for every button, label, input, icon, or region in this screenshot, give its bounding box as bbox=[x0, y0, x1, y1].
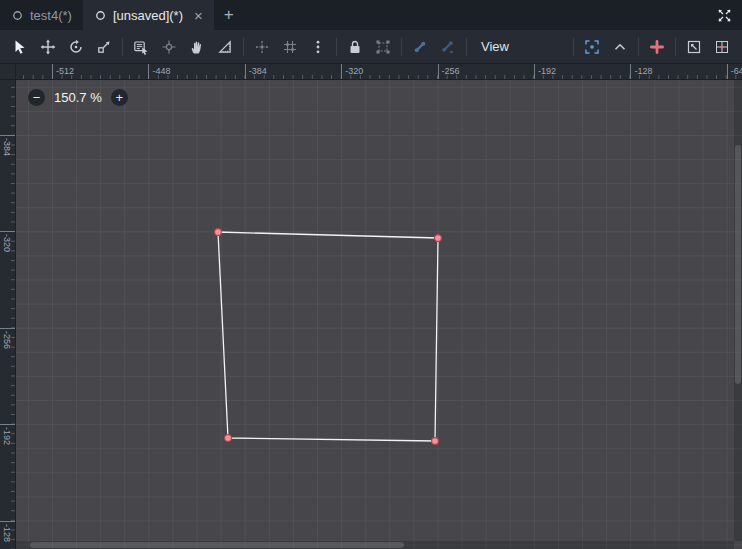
vertical-scrollbar-thumb[interactable] bbox=[735, 145, 741, 385]
pan-tool-button[interactable] bbox=[183, 34, 211, 60]
toolbar-separator bbox=[466, 38, 467, 56]
h-ruler-label: -256 bbox=[438, 64, 460, 79]
zoom-out-button[interactable]: − bbox=[28, 89, 45, 106]
list-select-button[interactable] bbox=[127, 34, 155, 60]
scene-circle-icon bbox=[11, 9, 24, 22]
polygon-shape[interactable] bbox=[218, 232, 438, 441]
distraction-free-button[interactable] bbox=[706, 0, 742, 30]
smart-snap-button[interactable] bbox=[248, 34, 276, 60]
toolbar-separator bbox=[401, 38, 402, 56]
bone-icon bbox=[412, 39, 428, 55]
zoom-controls: − 150.7 % + bbox=[28, 89, 128, 106]
toolbar-separator bbox=[122, 38, 123, 56]
scene-tabbar: test4(*) [unsaved](*) × + bbox=[0, 0, 742, 30]
pan-hand-icon bbox=[189, 39, 205, 55]
scale-tool-button[interactable] bbox=[90, 34, 118, 60]
grid-snap-button[interactable] bbox=[276, 34, 304, 60]
frame-selection-button[interactable] bbox=[578, 34, 606, 60]
toolbar-separator bbox=[675, 38, 676, 56]
vertex-handle[interactable] bbox=[215, 229, 222, 236]
vertical-scrollbar[interactable] bbox=[734, 80, 742, 541]
skeleton-button[interactable] bbox=[406, 34, 434, 60]
scale-arrow-icon bbox=[96, 39, 112, 55]
tab-label: test4(*) bbox=[30, 8, 72, 23]
add-point-button[interactable] bbox=[643, 34, 671, 60]
move-tool-button[interactable] bbox=[34, 34, 62, 60]
pivot-tool-button[interactable] bbox=[155, 34, 183, 60]
move-arrows-icon bbox=[40, 39, 56, 55]
ruler-row: -512-448-384-320-256-192-128-64 bbox=[0, 64, 742, 80]
h-ruler-label: -384 bbox=[245, 64, 267, 79]
corner-arrow-icon bbox=[686, 39, 702, 55]
grid-dots-icon bbox=[714, 39, 730, 55]
toolbar-right-cluster bbox=[569, 34, 736, 60]
bone-menu-icon bbox=[440, 39, 456, 55]
grid-snap-icon bbox=[282, 39, 298, 55]
grid-config-button[interactable] bbox=[708, 34, 736, 60]
rotate-arrow-icon bbox=[68, 39, 84, 55]
vertical-ruler: -384-320-256-192-128 bbox=[0, 80, 16, 549]
select-tool-button[interactable] bbox=[6, 34, 34, 60]
new-tab-button[interactable]: + bbox=[214, 0, 244, 30]
tab-unsaved[interactable]: [unsaved](*) × bbox=[83, 0, 214, 30]
group-icon bbox=[375, 39, 391, 55]
lock-icon bbox=[347, 39, 363, 55]
pivot-crosshair-icon bbox=[161, 39, 177, 55]
ruler-triangle-icon bbox=[217, 39, 233, 55]
h-ruler-label: -64 bbox=[727, 64, 742, 79]
smart-snap-icon bbox=[254, 39, 270, 55]
tab-label: [unsaved](*) bbox=[113, 8, 183, 23]
close-tab-icon[interactable]: × bbox=[194, 8, 203, 23]
zoom-value[interactable]: 150.7 % bbox=[54, 90, 102, 105]
group-button[interactable] bbox=[369, 34, 397, 60]
view-menu-button[interactable]: View bbox=[471, 34, 519, 60]
ruler-tool-button[interactable] bbox=[211, 34, 239, 60]
h-ruler-label: -512 bbox=[52, 64, 74, 79]
plus-cross-icon bbox=[649, 39, 665, 55]
skeleton-options-button[interactable] bbox=[434, 34, 462, 60]
canvas-viewport[interactable]: − 150.7 % + bbox=[16, 80, 742, 549]
lock-button[interactable] bbox=[341, 34, 369, 60]
editor-main: -384-320-256-192-128 − 150.7 % + bbox=[0, 80, 742, 549]
toolbar-separator bbox=[336, 38, 337, 56]
edit-points-button[interactable] bbox=[680, 34, 708, 60]
vertex-handle[interactable] bbox=[225, 435, 232, 442]
vertex-handle[interactable] bbox=[432, 438, 439, 445]
expand-arrows-icon bbox=[717, 8, 732, 23]
chevron-up-icon bbox=[612, 39, 628, 55]
vertical-dots-icon bbox=[310, 39, 326, 55]
ruler-corner bbox=[0, 64, 16, 80]
zoom-in-button[interactable]: + bbox=[111, 89, 128, 106]
vertex-handle[interactable] bbox=[435, 235, 442, 242]
snap-options-button[interactable] bbox=[304, 34, 332, 60]
toolbar-separator bbox=[573, 38, 574, 56]
horizontal-scrollbar-thumb[interactable] bbox=[30, 542, 403, 548]
select-arrow-icon bbox=[12, 39, 28, 55]
h-ruler-label: -320 bbox=[341, 64, 363, 79]
list-select-icon bbox=[133, 39, 149, 55]
viewfinder-icon bbox=[584, 39, 600, 55]
toolbar-separator bbox=[243, 38, 244, 56]
tab-test4[interactable]: test4(*) bbox=[0, 0, 83, 30]
rotate-tool-button[interactable] bbox=[62, 34, 90, 60]
h-ruler-label: -192 bbox=[534, 64, 556, 79]
horizontal-scrollbar[interactable] bbox=[16, 541, 734, 549]
canvas-toolbar: View bbox=[0, 30, 742, 64]
polygon-layer bbox=[16, 80, 742, 549]
collapse-panel-button[interactable] bbox=[606, 34, 634, 60]
toolbar-separator bbox=[638, 38, 639, 56]
h-ruler-label: -128 bbox=[630, 64, 652, 79]
godot-2d-editor: test4(*) [unsaved](*) × + bbox=[0, 0, 742, 549]
horizontal-ruler: -512-448-384-320-256-192-128-64 bbox=[16, 64, 742, 80]
h-ruler-label: -448 bbox=[148, 64, 170, 79]
scene-circle-icon bbox=[94, 9, 107, 22]
